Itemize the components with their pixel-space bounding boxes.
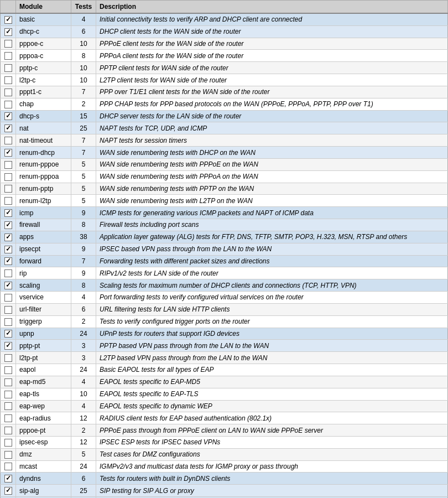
checkbox-unchecked[interactable] <box>4 451 12 459</box>
table-row: eapol24Basic EAPOL tests for all types o… <box>1 364 448 376</box>
checkbox-cell[interactable] <box>1 255 16 267</box>
module-description: SIP testing for SIP ALG or proxy <box>96 485 448 497</box>
checkbox-checked[interactable] <box>4 124 12 132</box>
checkbox-unchecked[interactable] <box>4 40 12 48</box>
checkbox-cell[interactable] <box>1 170 16 183</box>
checkbox-cell[interactable] <box>1 158 16 170</box>
checkbox-cell[interactable] <box>1 400 16 412</box>
checkbox-cell[interactable] <box>1 62 16 74</box>
checkbox-unchecked[interactable] <box>4 137 12 144</box>
checkbox-checked[interactable] <box>4 149 12 157</box>
checkbox-unchecked[interactable] <box>4 269 12 277</box>
table-row: pppoa-c8PPPoA client tests for the WAN s… <box>1 50 448 62</box>
checkbox-cell[interactable] <box>1 195 16 207</box>
checkbox-cell[interactable] <box>1 485 16 497</box>
checkbox-unchecked[interactable] <box>4 366 12 374</box>
checkbox-cell[interactable] <box>1 219 16 231</box>
checkbox-checked[interactable] <box>4 330 12 338</box>
checkbox-cell[interactable] <box>1 110 16 122</box>
module-name: pppoe-pt <box>16 424 71 437</box>
test-count: 6 <box>71 25 96 38</box>
checkbox-unchecked[interactable] <box>4 391 12 398</box>
checkbox-cell[interactable] <box>1 352 16 364</box>
checkbox-unchecked[interactable] <box>4 197 12 205</box>
checkbox-cell[interactable] <box>1 340 16 352</box>
checkbox-checked[interactable] <box>4 112 12 120</box>
table-row: nat25NAPT tests for TCP, UDP, and ICMP <box>1 122 448 134</box>
checkbox-unchecked[interactable] <box>4 76 12 84</box>
checkbox-unchecked[interactable] <box>4 173 12 181</box>
test-count: 6 <box>71 303 96 315</box>
checkbox-cell[interactable] <box>1 376 16 388</box>
checkbox-checked[interactable] <box>4 257 12 265</box>
checkbox-cell[interactable] <box>1 147 16 159</box>
checkbox-cell[interactable] <box>1 279 16 292</box>
checkbox-unchecked[interactable] <box>4 414 12 422</box>
module-name: eap-tls <box>16 388 71 400</box>
checkbox-cell[interactable] <box>1 38 16 50</box>
module-description: PPP over T1/E1 client tests for the WAN … <box>96 86 448 98</box>
test-count: 7 <box>71 86 96 98</box>
checkbox-cell[interactable] <box>1 460 16 473</box>
test-count: 24 <box>71 328 96 340</box>
checkbox-checked[interactable] <box>4 246 12 253</box>
checkbox-checked[interactable] <box>4 475 12 483</box>
checkbox-unchecked[interactable] <box>4 52 12 60</box>
checkbox-unchecked[interactable] <box>4 439 12 447</box>
checkbox-checked[interactable] <box>4 16 12 24</box>
checkbox-cell[interactable] <box>1 364 16 376</box>
checkbox-cell[interactable] <box>1 292 16 304</box>
table-row: l2tp-c10L2TP client tests for WAN side o… <box>1 74 448 86</box>
checkbox-cell[interactable] <box>1 448 16 460</box>
checkbox-checked[interactable] <box>4 234 12 241</box>
checkbox-cell[interactable] <box>1 50 16 62</box>
checkbox-unchecked[interactable] <box>4 463 12 470</box>
module-name: eap-wep <box>16 400 71 412</box>
checkbox-cell[interactable] <box>1 134 16 147</box>
checkbox-cell[interactable] <box>1 25 16 38</box>
checkbox-unchecked[interactable] <box>4 427 12 434</box>
checkbox-checked[interactable] <box>4 209 12 217</box>
checkbox-cell[interactable] <box>1 122 16 134</box>
checkbox-cell[interactable] <box>1 13 16 25</box>
checkbox-checked[interactable] <box>4 28 12 36</box>
checkbox-unchecked[interactable] <box>4 378 12 386</box>
checkbox-cell[interactable] <box>1 231 16 243</box>
checkbox-checked[interactable] <box>4 221 12 229</box>
checkbox-unchecked[interactable] <box>4 161 12 169</box>
checkbox-unchecked[interactable] <box>4 89 12 96</box>
module-description: EAPOL tests specific to EAP-MD5 <box>96 376 448 388</box>
table-row: eap-radius12RADIUS client tests for EAP … <box>1 412 448 424</box>
checkbox-cell[interactable] <box>1 183 16 195</box>
checkbox-cell[interactable] <box>1 98 16 110</box>
checkbox-cell[interactable] <box>1 303 16 315</box>
test-count: 9 <box>71 267 96 279</box>
checkbox-cell[interactable] <box>1 207 16 219</box>
checkbox-unchecked[interactable] <box>4 294 12 302</box>
checkbox-cell[interactable] <box>1 74 16 86</box>
checkbox-checked[interactable] <box>4 342 12 350</box>
checkbox-cell[interactable] <box>1 243 16 255</box>
checkbox-unchecked[interactable] <box>4 64 12 72</box>
module-name: upnp <box>16 328 71 340</box>
checkbox-unchecked[interactable] <box>4 306 12 314</box>
checkbox-cell[interactable] <box>1 328 16 340</box>
checkbox-cell[interactable] <box>1 267 16 279</box>
checkbox-cell[interactable] <box>1 86 16 98</box>
checkbox-unchecked[interactable] <box>4 185 12 193</box>
checkbox-cell[interactable] <box>1 412 16 424</box>
checkbox-cell[interactable] <box>1 315 16 328</box>
checkbox-unchecked[interactable] <box>4 402 12 410</box>
checkbox-unchecked[interactable] <box>4 354 12 362</box>
checkbox-unchecked[interactable] <box>4 101 12 108</box>
checkbox-cell[interactable] <box>1 388 16 400</box>
checkbox-checked[interactable] <box>4 487 12 495</box>
checkbox-cell[interactable] <box>1 436 16 448</box>
checkbox-checked[interactable] <box>4 282 12 289</box>
table-row: ipsec-esp12IPSEC ESP tests for IPSEC bas… <box>1 436 448 448</box>
module-name: eap-md5 <box>16 376 71 388</box>
test-count: 25 <box>71 122 96 134</box>
checkbox-cell[interactable] <box>1 424 16 437</box>
checkbox-cell[interactable] <box>1 473 16 485</box>
checkbox-unchecked[interactable] <box>4 318 12 326</box>
